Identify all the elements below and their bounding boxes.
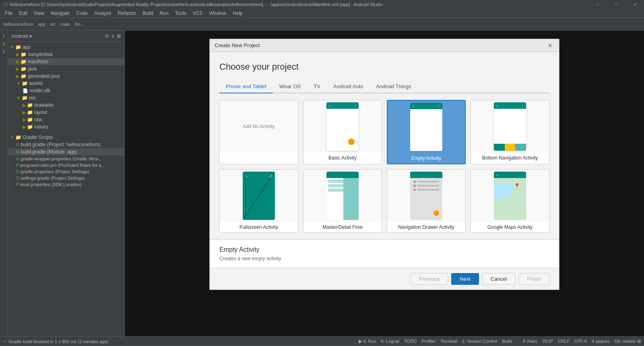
tree-item-layout[interactable]: ▶ 📁 layout [8, 109, 124, 116]
status-version-control[interactable]: 2: Version Control [462, 339, 497, 344]
nav-dot-1 [413, 180, 416, 183]
maximize-button[interactable]: □ [607, 0, 625, 9]
tree-item-local-properties[interactable]: P local.properties (SDK Location) [8, 181, 124, 188]
tab-tv[interactable]: TV [307, 80, 327, 93]
tree-item-model[interactable]: 📄 model.sfb [8, 87, 124, 94]
tree-item-res[interactable]: ▼ 📁 res [8, 94, 124, 102]
sync-icon[interactable]: ⟳ [105, 33, 109, 39]
fab-icon [348, 139, 355, 145]
tree-item-build-gradle-app[interactable]: G build.gradle (Module: app) [8, 148, 124, 155]
template-master-detail[interactable]: Master/Detail Flow [303, 169, 382, 233]
status-profiler[interactable]: Profiler [421, 339, 436, 344]
close-window-button[interactable]: × [625, 0, 644, 9]
tree-item-generated[interactable]: ▶ 📁 generated.java [8, 73, 124, 80]
selected-template-description: Creates a new empty activity [219, 256, 549, 261]
previous-button[interactable]: Previous [411, 273, 448, 285]
settings-icon[interactable]: ⚙ [117, 33, 121, 39]
template-empty-activity[interactable]: ← ⋮ Empty Activity [387, 100, 466, 164]
minimize-button[interactable]: − [588, 0, 607, 9]
tree-label-gradle-wrapper: gradle-wrapper.properties (Gradle Versi.… [21, 156, 102, 161]
folder-icon: ▶ [16, 59, 19, 64]
toolbar-main-label: main [59, 22, 72, 27]
template-google-maps[interactable]: ← ⋮ 📍 Google Maps Activity [471, 169, 549, 233]
tabs-bar: Phone and Tablet Wear OS TV Android Auto… [219, 80, 549, 93]
tree-item-drawable[interactable]: ▶ 📁 drawable [8, 102, 124, 109]
status-todo[interactable]: TODO [404, 339, 417, 344]
folder-icon: ▶ [23, 110, 26, 115]
nav-drawer-items [410, 178, 442, 193]
svg-line-0 [243, 172, 275, 220]
tree-item-assets[interactable]: ▼ 📁 assets [8, 80, 124, 87]
status-encoding: UTF-8 [574, 339, 587, 344]
next-button[interactable]: Next [451, 273, 479, 285]
status-run[interactable]: ▶ 4: Run [359, 339, 376, 344]
side-icon-3[interactable]: 3 [1, 48, 7, 55]
menu-tools[interactable]: Tools [172, 9, 190, 18]
side-icon-2[interactable]: 2 [1, 40, 7, 47]
finish-button[interactable]: Finish [518, 273, 549, 285]
menu-vcs[interactable]: VCS [190, 9, 206, 18]
tree-item-java[interactable]: ▶ 📁 java [8, 65, 124, 73]
tree-item-build-gradle-project[interactable]: G build.gradle (Project: hellosceneform) [8, 141, 124, 148]
menu-view[interactable]: View [31, 9, 47, 18]
gradle-icon: G [16, 149, 20, 154]
template-label-basic: Basic Activity [303, 153, 382, 163]
menu-dots-icon: ⋮ [353, 104, 357, 108]
tab-android-auto[interactable]: Android Auto [327, 80, 369, 93]
tree-item-proguard[interactable]: P proguard-rules.pro (ProGuard Rules for… [8, 162, 124, 168]
folder-icon: ▼ [10, 135, 14, 140]
empty-body [410, 109, 442, 151]
menu-code[interactable]: Code [73, 9, 91, 18]
maps-menu-icon: ⋮ [520, 173, 524, 177]
menu-window[interactable]: Window [206, 9, 229, 18]
menu-build[interactable]: Build [139, 9, 157, 18]
menu-analyze[interactable]: Analyze [91, 9, 115, 18]
tree-item-gradle-scripts[interactable]: ▼ 📁 Gradle Scripts [8, 134, 124, 141]
dialog-close-button[interactable]: ✕ [546, 41, 554, 50]
tree-item-app[interactable]: ▼ 📁 app [8, 44, 124, 51]
template-nav-drawer[interactable]: Navigation Drawer Activity [387, 169, 466, 233]
menu-file[interactable]: File [2, 9, 16, 18]
status-logcat[interactable]: 6: Logcat [381, 339, 399, 344]
folder-icon: ▶ [16, 52, 19, 57]
nav-dot-2 [413, 184, 416, 187]
cancel-button[interactable]: Cancel [482, 273, 515, 285]
folder-icon: ▶ [23, 124, 26, 130]
tab-wear-os[interactable]: Wear OS [273, 80, 307, 93]
dialog-overlay: Create New Project ✕ Choose your project… [125, 31, 644, 336]
side-icon-1[interactable]: 1 [1, 32, 7, 39]
tree-item-manifests[interactable]: ▶ 📁 manifests [8, 58, 124, 65]
java-icon: 📁 [21, 66, 27, 72]
back-arrow-icon: ← [328, 104, 332, 108]
status-terminal[interactable]: Terminal [440, 339, 457, 344]
tree-item-gradle-properties[interactable]: G gradle.properties (Project Settings) [8, 168, 124, 175]
template-fullscreen[interactable]: ← ⤢ Fullscreen Activity [219, 169, 298, 233]
tree-item-settings-gradle[interactable]: G settings.gradle (Project Settings) [8, 175, 124, 181]
back-arrow-icon: ← [412, 104, 416, 108]
template-basic-activity[interactable]: ← ⋮ Basic Activity [303, 100, 382, 164]
collapse-icon[interactable]: ≡ [111, 33, 114, 39]
nav-drawer-item-1 [412, 180, 441, 184]
menu-refactor[interactable]: Refactor [115, 9, 139, 18]
tab-phone-tablet[interactable]: Phone and Tablet [219, 80, 273, 93]
menu-help[interactable]: Help [229, 9, 246, 18]
template-preview-bottom-nav: ← ⋮ [471, 100, 549, 153]
android-dropdown[interactable]: Android ▾ [11, 33, 32, 39]
tree-item-values[interactable]: ▶ 📁 values [8, 123, 124, 131]
tab-android-things[interactable]: Android Things [369, 80, 417, 93]
template-add-no-activity[interactable]: Add No Activity [219, 100, 298, 164]
tree-item-raw[interactable]: ▶ 📁 raw [8, 116, 124, 123]
menu-run[interactable]: Run [157, 9, 172, 18]
mock-phone-bottom-nav: ← ⋮ [494, 102, 526, 151]
bottom-nav-bar [494, 143, 526, 151]
template-preview-maps: ← ⋮ 📍 [471, 170, 549, 222]
master-right [343, 178, 359, 220]
menu-edit[interactable]: Edit [16, 9, 31, 18]
status-build[interactable]: Build [502, 339, 512, 344]
template-bottom-nav[interactable]: ← ⋮ Bottom Navigation Activity [471, 100, 549, 164]
template-label-bottom-nav: Bottom Navigation Activity [471, 153, 549, 163]
menu-navigate[interactable]: Navigate [47, 9, 73, 18]
tree-item-gradle-wrapper[interactable]: G gradle-wrapper.properties (Gradle Vers… [8, 155, 124, 162]
tree-item-sampledata[interactable]: ▶ 📁 sampledata [8, 51, 124, 58]
nav-body [494, 109, 526, 143]
